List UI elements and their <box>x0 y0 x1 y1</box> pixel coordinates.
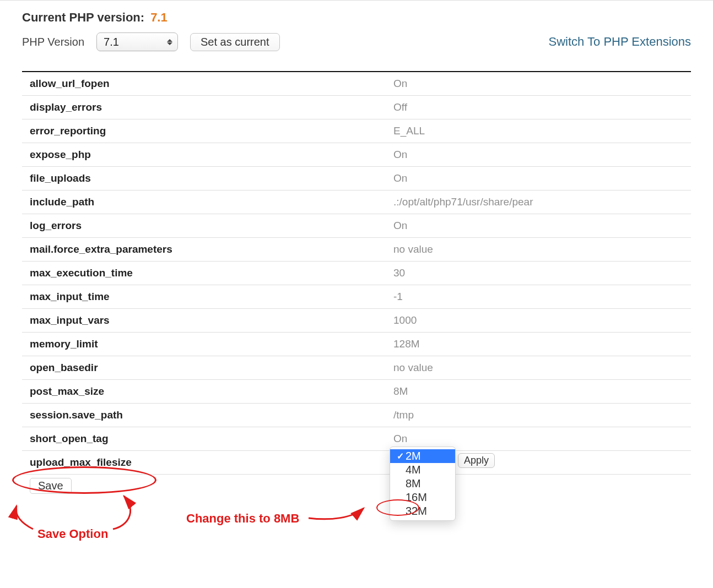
current-version-value: 7.1 <box>150 10 168 24</box>
option-value[interactable]: E_ALL <box>393 125 691 137</box>
apply-button[interactable]: Apply <box>458 453 495 468</box>
dropdown-option-label: 16M <box>406 491 427 504</box>
php-version-select[interactable]: 7.1 <box>96 32 178 51</box>
option-row: short_open_tagOn <box>22 427 691 451</box>
option-value[interactable]: On <box>393 433 691 445</box>
current-version-line: Current PHP version: 7.1 <box>22 10 691 25</box>
option-name: display_errors <box>30 101 393 113</box>
php-version-select-value: 7.1 <box>104 36 119 48</box>
option-name: log_errors <box>30 220 393 232</box>
option-name: open_basedir <box>30 362 393 374</box>
option-name: include_path <box>30 196 393 208</box>
option-row: max_execution_time30 <box>22 262 691 285</box>
option-value[interactable]: 1000 <box>393 314 691 326</box>
upload-max-filesize-dropdown[interactable]: ✓2M4M8M16M32M <box>390 447 456 521</box>
option-row: post_max_size8M <box>22 380 691 404</box>
option-name: memory_limit <box>30 338 393 350</box>
dropdown-option-label: 32M <box>406 505 427 518</box>
dropdown-option[interactable]: 8M <box>390 477 455 491</box>
option-row: upload_max_filesize✓2M4M8M16M32MApply <box>22 451 691 475</box>
option-row: error_reportingE_ALL <box>22 119 691 143</box>
annotation-text-save: Save Option <box>37 527 108 541</box>
option-row: display_errorsOff <box>22 96 691 119</box>
annotation-text-change: Change this to 8MB <box>186 511 299 526</box>
option-name: allow_url_fopen <box>30 78 393 90</box>
option-row: expose_phpOn <box>22 143 691 167</box>
dropdown-option-label: 4M <box>406 464 421 476</box>
php-options-table: allow_url_fopenOndisplay_errorsOfferror_… <box>22 71 691 475</box>
option-name: error_reporting <box>30 125 393 137</box>
option-value[interactable]: On <box>393 220 691 232</box>
dropdown-option-label: 8M <box>406 477 421 490</box>
option-value[interactable]: On <box>393 172 691 184</box>
dropdown-option[interactable]: ✓2M <box>390 449 455 463</box>
option-row: max_input_time-1 <box>22 285 691 309</box>
option-value[interactable]: no value <box>393 243 691 255</box>
php-version-label: PHP Version <box>22 36 84 48</box>
option-value[interactable]: -1 <box>393 291 691 303</box>
check-icon: ✓ <box>395 451 406 461</box>
option-row: file_uploadsOn <box>22 167 691 190</box>
option-name: expose_php <box>30 149 393 161</box>
option-row: allow_url_fopenOn <box>22 72 691 96</box>
option-value[interactable]: 30 <box>393 267 691 279</box>
set-as-current-button[interactable]: Set as current <box>190 33 280 51</box>
dropdown-option[interactable]: 16M <box>390 491 455 504</box>
option-value[interactable]: no value <box>393 362 691 374</box>
option-row: include_path.:/opt/alt/php71/usr/share/p… <box>22 190 691 214</box>
current-version-label: Current PHP version: <box>22 10 144 24</box>
option-value[interactable]: 8M <box>393 385 691 398</box>
option-value[interactable]: /tmp <box>393 409 691 421</box>
option-name: mail.force_extra_parameters <box>30 243 393 255</box>
option-row: memory_limit128M <box>22 333 691 356</box>
option-name: upload_max_filesize <box>30 456 393 469</box>
switch-to-extensions-link[interactable]: Switch To PHP Extensions <box>549 35 691 49</box>
option-value[interactable]: Off <box>393 101 691 113</box>
option-row: max_input_vars1000 <box>22 309 691 333</box>
option-name: post_max_size <box>30 385 393 398</box>
option-row: mail.force_extra_parametersno value <box>22 238 691 262</box>
option-name: max_input_vars <box>30 314 393 326</box>
option-name: short_open_tag <box>30 433 393 445</box>
option-name: session.save_path <box>30 409 393 421</box>
dropdown-option[interactable]: 32M <box>390 504 455 518</box>
option-value[interactable]: On <box>393 149 691 161</box>
option-name: max_execution_time <box>30 267 393 279</box>
dropdown-option[interactable]: 4M <box>390 463 455 477</box>
updown-arrows-icon <box>165 36 174 48</box>
option-value[interactable]: .:/opt/alt/php71/usr/share/pear <box>393 196 691 208</box>
option-row: open_basedirno value <box>22 356 691 380</box>
option-row: session.save_path/tmp <box>22 404 691 427</box>
option-value[interactable]: On <box>393 78 691 90</box>
dropdown-option-label: 2M <box>406 450 421 462</box>
option-value[interactable]: 128M <box>393 338 691 350</box>
save-button[interactable]: Save <box>30 478 72 494</box>
option-row: log_errorsOn <box>22 214 691 238</box>
option-name: max_input_time <box>30 291 393 303</box>
option-name: file_uploads <box>30 172 393 184</box>
